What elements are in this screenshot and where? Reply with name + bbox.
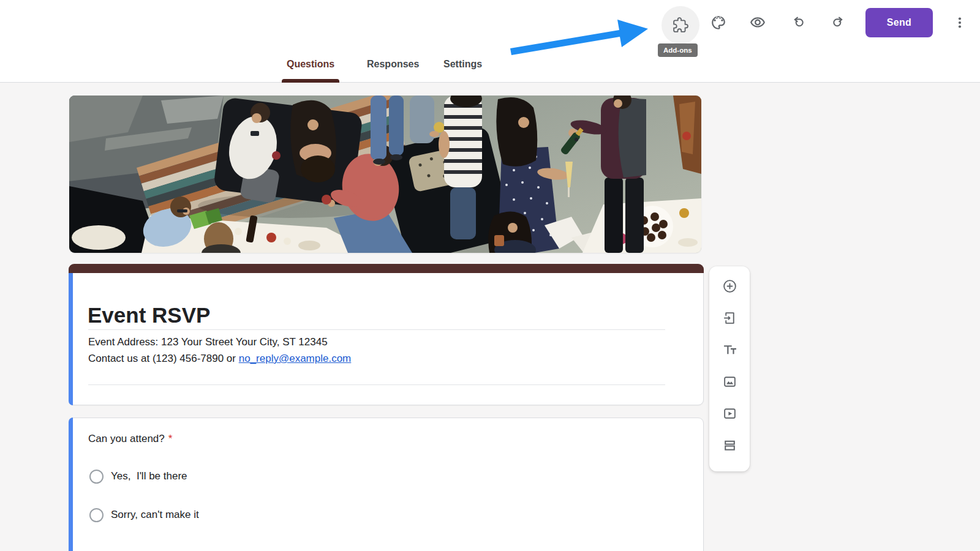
tab-responses-label: Responses bbox=[367, 59, 419, 70]
palette-icon bbox=[710, 15, 726, 31]
add-question-button[interactable] bbox=[717, 274, 742, 298]
undo-button[interactable] bbox=[785, 8, 814, 37]
redo-button[interactable] bbox=[823, 8, 852, 37]
addons-tooltip: Add-ons bbox=[658, 43, 698, 57]
question-side-toolbar bbox=[709, 266, 750, 471]
selected-card-indicator bbox=[69, 418, 73, 551]
import-questions-button[interactable] bbox=[717, 305, 742, 330]
add-circle-icon bbox=[722, 279, 737, 294]
selected-card-indicator bbox=[69, 273, 73, 405]
vertical-dots-icon bbox=[952, 15, 967, 30]
contact-text: Contact us at (123) 456-7890 or bbox=[88, 353, 239, 364]
top-bar: Questions Responses Settings bbox=[0, 0, 980, 83]
image-icon bbox=[722, 374, 737, 389]
eye-icon bbox=[750, 15, 766, 31]
preview-button[interactable] bbox=[743, 8, 772, 37]
undo-icon bbox=[791, 15, 807, 31]
send-button[interactable]: Send bbox=[865, 8, 933, 37]
option-label[interactable]: Sorry, can't make it bbox=[111, 509, 199, 521]
contact-email-link[interactable]: no_reply@example.com bbox=[239, 353, 352, 364]
add-ons-button[interactable] bbox=[662, 6, 699, 44]
option-row: Sorry, can't make it bbox=[89, 508, 199, 522]
tab-responses[interactable]: Responses bbox=[367, 59, 419, 82]
google-forms-editor: Questions Responses Settings bbox=[0, 0, 980, 551]
add-title-description-button[interactable] bbox=[717, 337, 742, 362]
tab-settings-label: Settings bbox=[443, 59, 482, 70]
active-tab-underline bbox=[282, 79, 339, 83]
question-card[interactable]: Can you attend?* Yes, I'll be there Sorr… bbox=[69, 418, 704, 551]
add-image-button[interactable] bbox=[717, 369, 742, 394]
tab-questions-label: Questions bbox=[287, 59, 334, 70]
divider bbox=[88, 384, 665, 385]
add-section-button[interactable] bbox=[717, 433, 742, 457]
theme-color-bar bbox=[69, 264, 704, 273]
form-title-card[interactable]: Event RSVP Event Address: 123 Your Stree… bbox=[69, 264, 704, 405]
option-label[interactable]: Yes, I'll be there bbox=[111, 470, 187, 482]
tab-settings[interactable]: Settings bbox=[443, 59, 482, 82]
divider bbox=[88, 329, 665, 330]
question-text: Can you attend? bbox=[88, 433, 165, 444]
option-row: Yes, I'll be there bbox=[89, 469, 187, 484]
more-options-button[interactable] bbox=[946, 8, 973, 37]
puzzle-icon bbox=[673, 17, 688, 33]
form-header-image[interactable] bbox=[69, 96, 701, 253]
import-questions-icon bbox=[722, 310, 737, 326]
tab-questions[interactable]: Questions bbox=[287, 59, 334, 82]
section-icon bbox=[722, 438, 737, 453]
question-title[interactable]: Can you attend?* bbox=[88, 433, 172, 445]
customize-theme-button[interactable] bbox=[704, 8, 733, 37]
party-photo-illustration bbox=[69, 96, 701, 253]
form-description[interactable]: Event Address: 123 Your Street Your City… bbox=[88, 334, 351, 367]
add-video-button[interactable] bbox=[717, 401, 742, 425]
video-icon bbox=[722, 406, 737, 421]
description-line1: Event Address: 123 Your Street Your City… bbox=[88, 336, 328, 348]
text-title-icon bbox=[722, 342, 737, 358]
required-asterisk: * bbox=[165, 433, 173, 444]
form-title[interactable]: Event RSVP bbox=[88, 303, 210, 328]
radio-button[interactable] bbox=[89, 508, 104, 522]
redo-icon bbox=[829, 15, 845, 31]
radio-button[interactable] bbox=[89, 470, 104, 484]
